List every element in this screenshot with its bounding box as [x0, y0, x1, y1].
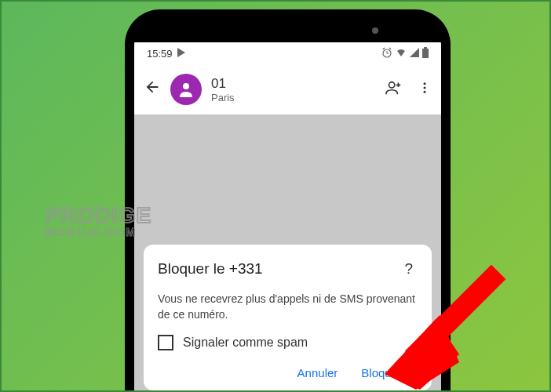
svg-rect-6: [424, 47, 427, 49]
cancel-button[interactable]: Annuler: [297, 366, 338, 379]
more-icon[interactable]: [418, 81, 432, 98]
spam-checkbox-row[interactable]: Signaler comme spam: [158, 335, 418, 350]
checkbox-icon[interactable]: [158, 335, 173, 350]
contact-avatar[interactable]: [170, 74, 202, 105]
add-person-icon[interactable]: [385, 79, 402, 100]
header-actions: [385, 79, 432, 100]
svg-point-11: [424, 82, 426, 85]
battery-icon: [422, 47, 429, 60]
checkbox-label: Signaler comme spam: [183, 336, 308, 350]
alarm-icon: [381, 47, 392, 60]
svg-point-7: [183, 83, 189, 89]
back-arrow-icon[interactable]: [144, 78, 161, 100]
contact-info[interactable]: 01 Paris: [211, 76, 375, 103]
wifi-icon: [396, 48, 407, 60]
contact-sub: Paris: [211, 92, 375, 103]
status-time: 15:59: [147, 48, 173, 60]
app-header: 01 Paris: [134, 64, 441, 114]
dialog-title: Bloquer le +331: [158, 260, 263, 278]
notch: [134, 19, 441, 42]
play-store-icon: [177, 48, 185, 60]
phone-frame: 15:59: [125, 9, 451, 392]
svg-point-8: [389, 82, 395, 88]
svg-line-4: [389, 48, 391, 49]
phone-screen: 15:59: [134, 19, 441, 392]
screen-content: 15:59: [134, 42, 441, 392]
status-right: [381, 47, 429, 60]
status-bar: 15:59: [134, 42, 441, 64]
dialog-body: Vous ne recevrez plus d'appels ni de SMS…: [158, 292, 418, 322]
svg-marker-17: [483, 268, 506, 296]
contact-title: 01: [211, 76, 375, 92]
dialog-title-row: Bloquer le +331 ?: [158, 260, 418, 278]
signal-icon: [410, 48, 419, 60]
status-left: 15:59: [147, 48, 185, 60]
help-icon[interactable]: ?: [400, 260, 418, 278]
block-button[interactable]: Bloquer: [361, 366, 402, 379]
camera-dot: [372, 27, 378, 34]
svg-point-13: [424, 91, 426, 93]
svg-point-12: [424, 87, 426, 89]
svg-rect-5: [422, 49, 429, 58]
svg-line-3: [383, 48, 385, 49]
block-dialog: Bloquer le +331 ? Vous ne recevrez plus …: [144, 245, 432, 390]
dialog-actions: Annuler Bloquer: [158, 366, 418, 379]
